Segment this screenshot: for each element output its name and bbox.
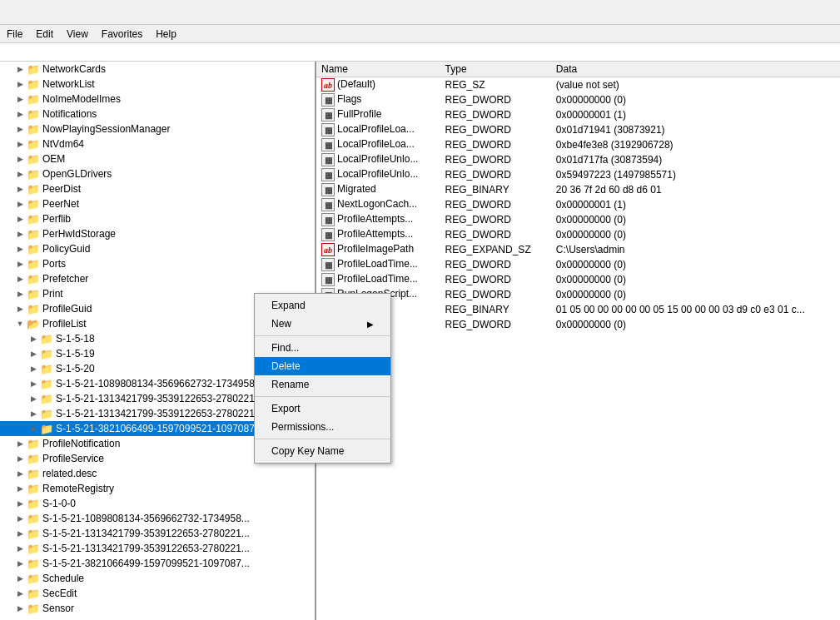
tree-toggle[interactable]: ▶ [13,469,27,478]
tree-item[interactable]: ▶📁NowPlayingSessionManager [0,122,315,136]
tree-toggle[interactable]: ▶ [13,155,27,163]
tree-item[interactable]: ▶📁NetworkCards [0,62,315,77]
tree-item[interactable]: ▶📁Schedule [0,571,315,586]
tree-toggle[interactable]: ▶ [13,185,27,193]
tree-item[interactable]: ▶📁PeerNet [0,196,315,211]
tree-toggle[interactable]: ▶ [13,65,27,73]
tree-item[interactable]: ▶📁NetworkList [0,77,315,92]
table-row[interactable]: ▦LocalProfileLoa...REG_DWORD0xbe4fe3e8 (… [316,137,840,152]
value-data: 20 36 7f 2d 60 d8 d6 01 [551,182,840,197]
tree-toggle[interactable]: ▶ [13,200,27,208]
tree-item[interactable]: ▶📁S-1-5-21-1089808134-3569662732-1734958… [0,511,315,526]
tree-toggle[interactable]: ▶ [27,335,40,343]
table-row[interactable]: ▦StateREG_DWORD0x00000000 (0) [316,317,840,332]
tree-toggle[interactable]: ▶ [13,484,27,493]
tree-item[interactable]: ▶📁SecEdit [0,586,315,601]
values-panel[interactable]: Name Type Data ab(Default)REG_SZ(value n… [316,62,840,620]
tree-toggle[interactable]: ▶ [27,409,40,418]
value-name: ▦LocalProfileLoa... [316,137,440,152]
context-menu-item-new[interactable]: New▶ [255,315,390,333]
tree-item[interactable]: ▶📁NtVdm64 [0,136,315,151]
menu-item-view[interactable]: View [60,25,95,42]
tree-item[interactable]: ▶📁Ports [0,256,315,271]
tree-item[interactable]: ▶📁S-1-5-21-1313421799-3539122653-2780221… [0,541,315,556]
tree-toggle[interactable]: ▶ [13,215,27,223]
menu-item-help[interactable]: Help [149,25,183,42]
tree-item[interactable]: ▶📁S-1-0-0 [0,496,315,511]
tree-item[interactable]: ▶📁NoImeModelImes [0,92,315,107]
tree-toggle[interactable]: ▶ [27,394,40,403]
tree-toggle[interactable]: ▶ [13,559,27,568]
table-row[interactable]: ▦ProfileLoadTime...REG_DWORD0x00000000 (… [316,272,840,287]
table-row[interactable]: ▦RunLogonScript...REG_DWORD0x00000000 (0… [316,287,840,302]
tree-item[interactable]: ▶📁PolicyGuid [0,241,315,256]
tree-toggle[interactable]: ▶ [13,305,27,313]
tree-item[interactable]: ▶📁OpenGLDrivers [0,166,315,181]
tree-toggle[interactable]: ▶ [13,110,27,118]
tree-toggle[interactable]: ▶ [13,170,27,178]
table-row[interactable]: ▦MigratedREG_BINARY20 36 7f 2d 60 d8 d6 … [316,182,840,197]
tree-toggle[interactable]: ▶ [27,379,40,388]
tree-toggle[interactable]: ▶ [13,439,27,448]
table-row[interactable]: ▦FullProfileREG_DWORD0x00000001 (1) [316,107,840,122]
table-row[interactable]: ▦FlagsREG_DWORD0x00000000 (0) [316,92,840,107]
tree-item[interactable]: ▶📁Sensor [0,601,315,616]
table-row[interactable]: ▦ProfileAttempts...REG_DWORD0x00000000 (… [316,212,840,227]
value-name: ▦ProfileLoadTime... [316,257,440,272]
context-menu-item-rename[interactable]: Rename [255,375,390,394]
table-row[interactable]: ab(Default)REG_SZ(value not set) [316,77,840,93]
tree-toggle[interactable]: ▶ [27,350,40,358]
tree-toggle[interactable]: ▶ [13,544,27,553]
table-row[interactable]: ▦LocalProfileLoa...REG_DWORD0x01d71941 (… [316,122,840,137]
tree-toggle[interactable]: ▶ [13,140,27,148]
tree-toggle[interactable]: ▶ [13,454,27,463]
tree-toggle[interactable]: ▶ [27,424,40,433]
tree-label: Print [42,288,63,300]
tree-toggle[interactable]: ▶ [13,275,27,283]
context-menu-item-find---[interactable]: Find... [255,339,390,357]
menu-item-favorites[interactable]: Favorites [95,25,149,42]
tree-item[interactable]: ▶📁OEM [0,151,315,166]
table-row[interactable]: abProfileImagePathREG_EXPAND_SZC:\Users\… [316,242,840,257]
tree-toggle[interactable]: ▼ [13,320,27,328]
tree-toggle[interactable]: ▶ [13,514,27,523]
tree-toggle[interactable]: ▶ [13,125,27,133]
reg-dword-icon: ▦ [321,108,335,122]
tree-toggle[interactable]: ▶ [13,574,27,583]
tree-toggle[interactable]: ▶ [13,260,27,268]
table-row[interactable]: ▦SidREG_BINARY01 05 00 00 00 00 00 05 15… [316,302,840,317]
context-menu-item-delete[interactable]: Delete [255,357,390,375]
tree-item[interactable]: ▶📁Notifications [0,107,315,122]
tree-toggle[interactable]: ▶ [13,589,27,598]
tree-item[interactable]: ▶📁Prefetcher [0,271,315,286]
tree-toggle[interactable]: ▶ [27,365,40,373]
tree-toggle[interactable]: ▶ [13,529,27,538]
folder-icon: 📁 [27,453,40,465]
tree-toggle[interactable]: ▶ [13,604,27,613]
tree-toggle[interactable]: ▶ [13,80,27,88]
tree-item[interactable]: ▶📁PeerDist [0,181,315,196]
table-row[interactable]: ▦LocalProfileUnlo...REG_DWORD0x59497223 … [316,167,840,182]
menu-item-edit[interactable]: Edit [29,25,60,42]
tree-item[interactable]: ▶📁Perflib [0,211,315,226]
tree-item[interactable]: ▶📁RemoteRegistry [0,481,315,496]
context-menu-item-copy-key-name[interactable]: Copy Key Name [255,442,390,460]
table-row[interactable]: ▦ProfileLoadTime...REG_DWORD0x00000000 (… [316,257,840,272]
tree-item[interactable]: ▶📁PerHwIdStorage [0,226,315,241]
context-menu-item-expand[interactable]: Expand [255,296,390,315]
context-menu-item-export[interactable]: Export [255,399,390,418]
tree-item[interactable]: ▶📁S-1-5-21-1313421799-3539122653-2780221… [0,526,315,541]
tree-toggle[interactable]: ▶ [13,290,27,298]
tree-item[interactable]: ▶📁related.desc [0,466,315,481]
context-menu-item-permissions---[interactable]: Permissions... [255,418,390,436]
table-row[interactable]: ▦ProfileAttempts...REG_DWORD0x00000000 (… [316,227,840,242]
table-row[interactable]: ▦NextLogonCach...REG_DWORD0x00000001 (1) [316,197,840,212]
tree-item[interactable]: ▶📁S-1-5-21-3821066499-1597099521-1097087… [0,556,315,571]
menu-item-file[interactable]: File [0,25,29,42]
tree-toggle[interactable]: ▶ [13,230,27,238]
tree-toggle[interactable]: ▶ [13,499,27,508]
table-row[interactable]: ▦LocalProfileUnlo...REG_DWORD0x01d717fa … [316,152,840,167]
tree-toggle[interactable]: ▶ [13,95,27,103]
tree-label: NowPlayingSessionManager [42,123,170,135]
tree-toggle[interactable]: ▶ [13,245,27,253]
